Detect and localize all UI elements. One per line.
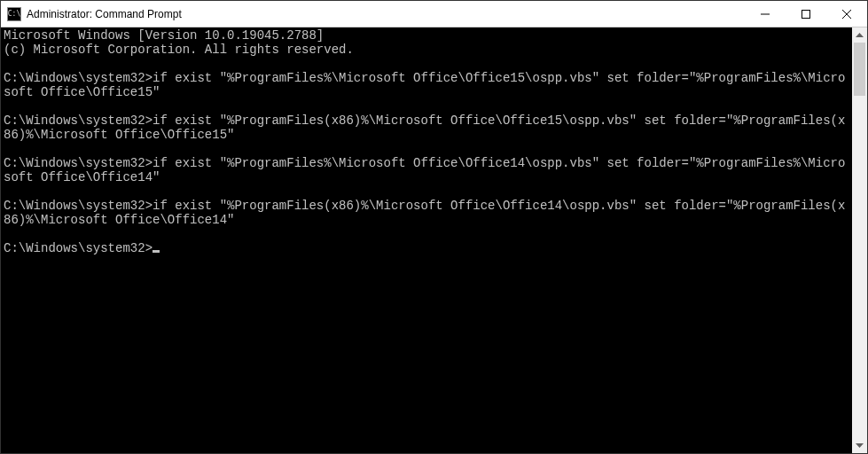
- terminal-output[interactable]: Microsoft Windows [Version 10.0.19045.27…: [1, 27, 852, 453]
- scrollbar-thumb[interactable]: [854, 43, 865, 96]
- prompt: C:\Windows\system32>: [4, 114, 152, 128]
- blank-line: [4, 99, 852, 114]
- blank-line: [4, 57, 852, 71]
- svg-rect-1: [802, 10, 810, 18]
- command-line: C:\Windows\system32>if exist "%ProgramFi…: [4, 114, 852, 142]
- banner-line: (c) Microsoft Corporation. All rights re…: [4, 43, 852, 57]
- window-controls: [745, 1, 867, 27]
- blank-line: [4, 142, 852, 156]
- blank-line: [4, 227, 852, 241]
- close-button[interactable]: [826, 1, 867, 27]
- prompt: C:\Windows\system32>: [4, 241, 152, 255]
- scroll-up-button[interactable]: [852, 27, 867, 43]
- window-title: Administrator: Command Prompt: [27, 8, 745, 20]
- cmd-icon: C:\: [7, 7, 21, 21]
- prompt: C:\Windows\system32>: [4, 199, 152, 213]
- vertical-scrollbar[interactable]: [852, 27, 867, 453]
- command-line: C:\Windows\system32>if exist "%ProgramFi…: [4, 71, 852, 99]
- command-line: C:\Windows\system32>if exist "%ProgramFi…: [4, 199, 852, 227]
- current-prompt-line: C:\Windows\system32>: [4, 241, 852, 255]
- banner-line: Microsoft Windows [Version 10.0.19045.27…: [4, 28, 852, 43]
- maximize-button[interactable]: [786, 1, 826, 27]
- minimize-button[interactable]: [745, 1, 786, 27]
- titlebar[interactable]: C:\ Administrator: Command Prompt: [1, 1, 867, 27]
- prompt: C:\Windows\system32>: [4, 71, 152, 85]
- scroll-down-button[interactable]: [852, 438, 867, 453]
- cursor: [152, 250, 160, 253]
- terminal-container: Microsoft Windows [Version 10.0.19045.27…: [1, 27, 867, 453]
- blank-line: [4, 184, 852, 199]
- svg-marker-4: [856, 33, 864, 37]
- command-line: C:\Windows\system32>if exist "%ProgramFi…: [4, 156, 852, 184]
- svg-marker-5: [856, 443, 864, 448]
- prompt: C:\Windows\system32>: [4, 156, 152, 170]
- scrollbar-track[interactable]: [852, 43, 867, 438]
